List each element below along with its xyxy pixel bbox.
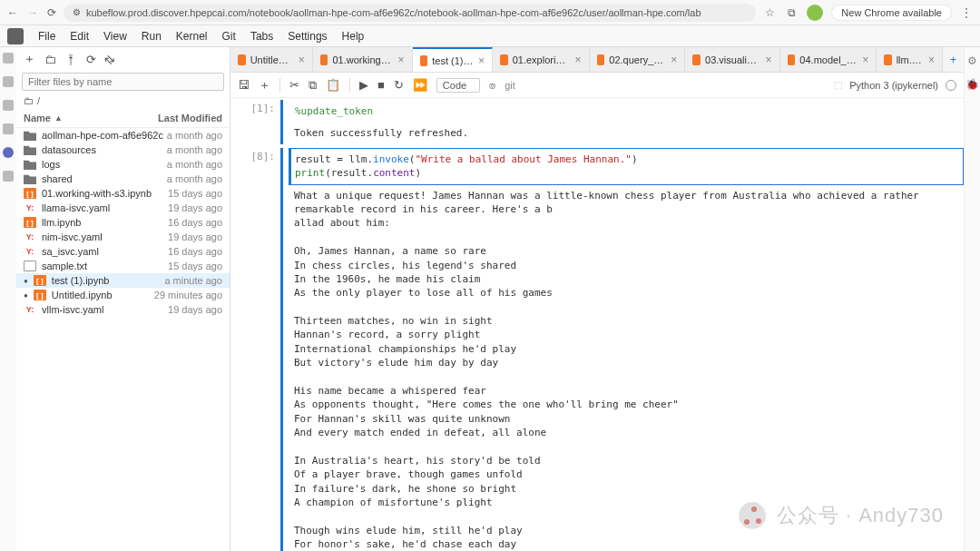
new-tab-button[interactable]: +	[943, 47, 964, 72]
breadcrumb[interactable]: 🗀/	[16, 93, 230, 109]
running-icon[interactable]	[3, 76, 14, 87]
nav-reload-icon[interactable]: ⟳	[47, 6, 56, 19]
file-row[interactable]: [ ]llm.ipynb16 days ago	[16, 215, 230, 230]
restart-icon[interactable]: ↻	[394, 78, 404, 92]
git-icon[interactable]	[3, 100, 14, 111]
file-row[interactable]: ●[ ]test (1).ipynba minute ago	[16, 273, 230, 288]
add-cell-icon[interactable]: ＋	[259, 77, 270, 93]
notebook-tab[interactable]: 01.working-with-s3×	[313, 47, 413, 72]
cell-prompt: [1]:	[230, 100, 280, 144]
menu-edit[interactable]: Edit	[63, 28, 96, 44]
file-row[interactable]: [ ]01.working-with-s3.ipynb15 days ago	[16, 186, 230, 201]
extension-icon[interactable]	[3, 147, 14, 158]
nav-back-icon[interactable]: ←	[7, 6, 18, 19]
file-name: llama-isvc.yaml	[42, 202, 110, 213]
code-input[interactable]: result = llm.invoke("Write a ballad abou…	[289, 148, 964, 185]
file-row[interactable]: logsa month ago	[16, 157, 230, 172]
site-info-icon[interactable]: ⚙	[73, 7, 81, 17]
notebook-tab[interactable]: 02.query_with_ez×	[590, 47, 686, 72]
overflow-menu-icon[interactable]: ⋮	[960, 6, 973, 19]
close-icon[interactable]: ×	[671, 54, 677, 66]
new-folder-icon[interactable]: 🗀	[44, 53, 56, 66]
file-modified: 19 days ago	[168, 231, 222, 242]
close-icon[interactable]: ×	[928, 54, 935, 66]
command-icon[interactable]: ⌾	[489, 79, 495, 92]
notebook-tab[interactable]: test (1).ipynb×	[413, 47, 493, 72]
menu-run[interactable]: Run	[134, 28, 169, 44]
profile-avatar[interactable]	[807, 5, 823, 21]
bookmark-icon[interactable]: ☆	[763, 6, 776, 19]
notebook-tab[interactable]: Untitled.ipynb×	[230, 47, 313, 72]
file-row[interactable]: Y:vllm-isvc.yaml19 days ago	[16, 302, 230, 317]
file-row[interactable]: shareda month ago	[16, 172, 230, 186]
toc-icon[interactable]	[3, 123, 14, 134]
nav-forward-icon[interactable]: →	[27, 6, 38, 19]
close-icon[interactable]: ×	[398, 54, 405, 66]
col-mod-label[interactable]: Last Modified	[158, 113, 222, 123]
main-area: Untitled.ipynb×01.working-with-s3×test (…	[230, 47, 964, 551]
run-icon[interactable]: ▶	[359, 78, 368, 92]
notebook-tab[interactable]: 01.exploring_data×	[493, 47, 590, 72]
git-icon[interactable]: git	[505, 80, 515, 91]
filter-input[interactable]	[22, 73, 224, 91]
file-row[interactable]: aollman-hpe-com-af6e962ca month ago	[16, 128, 230, 143]
file-row[interactable]: ●[ ]Untitled.ipynb29 minutes ago	[16, 288, 230, 302]
refresh-icon[interactable]: ⟳	[86, 53, 96, 66]
file-modified: a minute ago	[164, 275, 222, 286]
file-modified: a month ago	[167, 144, 222, 155]
file-browser-icon[interactable]	[3, 53, 14, 64]
cut-icon[interactable]: ✂	[289, 78, 299, 92]
close-icon[interactable]: ×	[766, 54, 772, 66]
menu-view[interactable]: View	[96, 28, 134, 44]
sort-asc-icon[interactable]: ▲	[54, 113, 63, 123]
file-modified: 19 days ago	[168, 202, 222, 213]
notebook-body[interactable]: [1]:%update_tokenToken successfully refr…	[230, 98, 964, 551]
menu-git[interactable]: Git	[215, 28, 243, 44]
kernel-name[interactable]: Python 3 (ipykernel)	[849, 80, 938, 91]
kernel-busy-icon[interactable]: ⬚	[834, 80, 842, 90]
kernel-status-icon[interactable]	[946, 80, 956, 91]
stop-icon[interactable]: ■	[377, 78, 385, 92]
menu-settings[interactable]: Settings	[280, 28, 334, 44]
notebook-icon	[420, 55, 428, 66]
save-icon[interactable]: 🖫	[238, 78, 250, 92]
update-chip[interactable]: New Chrome available	[832, 5, 951, 20]
run-all-icon[interactable]: ⏩	[413, 78, 427, 92]
file-row[interactable]: datasourcesa month ago	[16, 143, 230, 157]
extensions-icon[interactable]: ⧉	[785, 6, 798, 19]
jupyter-logo-icon[interactable]	[7, 28, 24, 44]
right-activity-bar: ⚙ 🐞	[964, 47, 980, 551]
cell-type-select[interactable]: Code	[436, 78, 480, 93]
notebook-cell[interactable]: [1]:%update_tokenToken successfully refr…	[230, 98, 964, 146]
file-row[interactable]: Y:sa_isvc.yaml16 days ago	[16, 244, 230, 259]
menu-tabs[interactable]: Tabs	[243, 28, 280, 44]
notebook-icon	[692, 54, 701, 65]
tab-label: 03.visualizing_da	[705, 54, 761, 65]
close-icon[interactable]: ×	[862, 54, 868, 66]
new-launcher-icon[interactable]: ＋	[24, 51, 35, 67]
tab-label: 01.exploring_data	[513, 54, 571, 65]
menu-help[interactable]: Help	[335, 28, 372, 44]
menu-file[interactable]: File	[31, 28, 63, 44]
close-icon[interactable]: ×	[299, 54, 305, 66]
notebook-tab[interactable]: 04.model_training×	[780, 47, 877, 72]
debugger-icon[interactable]: 🐞	[965, 78, 979, 91]
extra-icon[interactable]	[3, 171, 14, 182]
code-input[interactable]: %update_token	[289, 100, 964, 123]
notebook-cell[interactable]: [8]:result = llm.invoke("Write a ballad …	[230, 146, 964, 551]
url-bar[interactable]: ⚙ kubeflow.prod.discover.hpepcai.com/not…	[64, 4, 756, 22]
close-icon[interactable]: ×	[478, 54, 485, 67]
file-row[interactable]: Y:llama-isvc.yaml19 days ago	[16, 201, 230, 215]
file-row[interactable]: Y:nim-isvc.yaml19 days ago	[16, 230, 230, 244]
file-row[interactable]: sample.txt15 days ago	[16, 259, 230, 273]
notebook-tab[interactable]: 03.visualizing_da×	[685, 47, 779, 72]
property-inspector-icon[interactable]: ⚙	[967, 54, 977, 67]
menu-kernel[interactable]: Kernel	[169, 28, 215, 44]
notebook-tab[interactable]: llm.ipynb×	[877, 47, 943, 72]
git-pull-icon[interactable]: ⇄	[102, 51, 118, 67]
copy-icon[interactable]: ⧉	[309, 78, 317, 93]
upload-icon[interactable]: ⭱	[65, 53, 77, 66]
close-icon[interactable]: ×	[575, 54, 582, 66]
col-name-label[interactable]: Name	[24, 113, 51, 123]
paste-icon[interactable]: 📋	[326, 78, 340, 92]
